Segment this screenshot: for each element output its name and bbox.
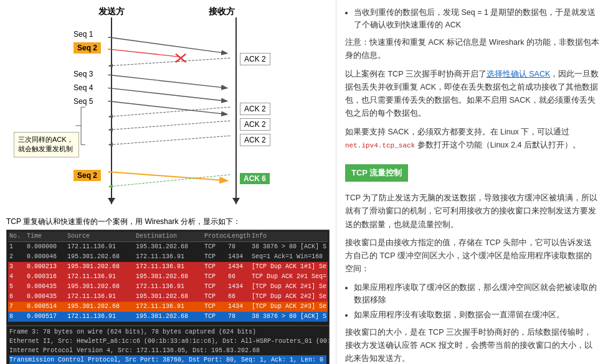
diagram-title-receiver: 接收方 [209, 6, 235, 17]
wireshark-table[interactable]: No. Time Source Destination Protocol Len… [6, 230, 330, 326]
detail-row-selected[interactable]: Transmission Control Protocol, Src Port:… [9, 355, 326, 364]
seq-label-5: Seq 5 [74, 97, 93, 106]
window-bullets: 如果应用程序读取了缓冲区的数据，那么缓冲空间区就会把被读取的数据移除 如果应用程… [354, 281, 599, 321]
svg-line-7 [108, 101, 226, 114]
seq-label-1: Seq 1 [74, 30, 93, 39]
bullet-item: 当收到重传的数据包后，发现 Seq = 1 是期望的数据包，于是就发送了个确认收… [354, 6, 599, 31]
sender-timeline [111, 17, 112, 204]
svg-line-0 [108, 37, 226, 54]
ack-label-2a: ACK 2 [240, 53, 270, 65]
svg-line-3 [176, 54, 186, 62]
svg-line-1 [108, 49, 179, 57]
right-panel: 当收到重传的数据包后，发现 Seq = 1 是期望的数据包，于是就发送了个确认收… [336, 0, 608, 364]
table-row[interactable]: 4 0.000316 172.11.136.91 195.301.202.68 … [8, 272, 328, 282]
detail-row: Frame 3: 78 bytes on wire (624 bits), 78… [9, 327, 326, 337]
table-row[interactable]: 7 0.000514 195.301.202.68 172.11.136.91 … [8, 302, 328, 312]
bullet-item: 如果应用程序读取了缓冲区的数据，那么缓冲空间区就会把被读取的数据移除 [354, 281, 599, 306]
paragraph2: 如果要支持 SACK，必须双方都要支持。在 Linux 下，可以通过 net.i… [345, 126, 599, 152]
section-body3: 接收窗口的大小，是在 TCP 三次握手时协商好的，后续数据传输时，接收方发送确认… [345, 326, 599, 364]
note-text: 注意：快速重传和重复 ACK 标记信息是 Wireshark 的功能，非数据包本… [345, 36, 599, 63]
bracket-text: 三次同样的ACK，就会触发重发机制 [18, 136, 74, 152]
diagram-area: 发送方 接收方 Seq 1 Seq 2 Seq 3 Seq 4 Seq 5 Se… [6, 6, 330, 212]
svg-line-10 [109, 136, 230, 144]
svg-line-4 [109, 58, 230, 65]
detail-row: Internet Protocol Version 4, Src: 172.11… [9, 346, 326, 355]
ack-label-6: ACK 6 [240, 173, 270, 184]
svg-line-9 [109, 121, 230, 129]
table-row[interactable]: 6 0.000435 172.11.136.91 195.301.202.68 … [8, 292, 328, 302]
table-row[interactable]: 2 0.000046 195.301.202.68 172.11.136.91 … [8, 252, 328, 262]
table-row[interactable]: 3 0.000213 195.301.202.68 172.11.136.91 … [8, 262, 328, 272]
ack-label-2d: ACK 2 [240, 134, 270, 146]
ack-label-2b: ACK 2 [240, 103, 270, 115]
receiver-timeline [235, 17, 237, 204]
section-title: TCP 流量控制 [345, 164, 408, 182]
svg-line-2 [176, 54, 186, 62]
svg-line-16 [109, 175, 230, 187]
bracket-annotation: 三次同样的ACK，就会触发重发机制 [14, 132, 79, 157]
wireshark-header: No. Time Source Destination Protocol Len… [8, 231, 328, 242]
ack-label-2c: ACK 2 [240, 118, 270, 131]
svg-line-15 [108, 172, 226, 180]
seq-label-2b: Seq 2 [74, 170, 101, 181]
table-row[interactable]: 5 0.000435 195.301.202.68 172.11.136.91 … [8, 282, 328, 292]
table-row[interactable]: 1 0.000000 172.11.136.91 195.301.202.68 … [8, 242, 328, 252]
svg-line-6 [108, 88, 226, 101]
sack-link[interactable]: 选择性确认 SACK [487, 70, 551, 78]
svg-line-8 [109, 107, 230, 116]
section-header-wrapper: TCP 流量控制 [345, 158, 599, 187]
detail-row: Ethernet II, Src: HewlettP_a6:1c:c6 (00:… [9, 337, 326, 346]
top-bullets: 当收到重传的数据包后，发现 Seq = 1 是期望的数据包，于是就发送了个确认收… [354, 6, 599, 31]
diagram-arrows [6, 6, 330, 212]
wireshark-caption: TCP 重复确认和快速重传的一个案例，用 Wireshark 分析，显示如下： [6, 217, 330, 227]
sack-param: net.ipv4.tcp_sack [345, 142, 415, 149]
diagram-title-sender: 发送方 [98, 6, 125, 17]
wireshark-detail: Frame 3: 78 bytes on wire (624 bits), 78… [6, 326, 330, 364]
left-panel: 发送方 接收方 Seq 1 Seq 2 Seq 3 Seq 4 Seq 5 Se… [0, 0, 336, 364]
bullet-item: 如果应用程序没有读取数据，则数据会一直滞留在缓冲区。 [354, 309, 599, 321]
section-body2: 接收窗口是由接收方指定的值，存储在 TCP 头部中，它可以告诉发送方自己的 TC… [345, 236, 599, 276]
section-body1: TCP 为了防止发送方无脑的发送数据，导致接收方缓冲区被填满，所以就有了滑动窗口… [345, 192, 599, 231]
paragraph1: 以上案例在 TCP 三次握手时协商开启了选择性确认 SACK，因此一旦数据包丢失… [345, 68, 599, 121]
seq-label-4: Seq 4 [74, 83, 93, 92]
seq-label-2a: Seq 2 [74, 42, 101, 54]
svg-line-5 [108, 75, 226, 88]
table-row[interactable]: 8 0.000517 172.11.136.91 195.301.202.68 … [8, 312, 328, 322]
seq-label-3: Seq 3 [74, 70, 93, 78]
